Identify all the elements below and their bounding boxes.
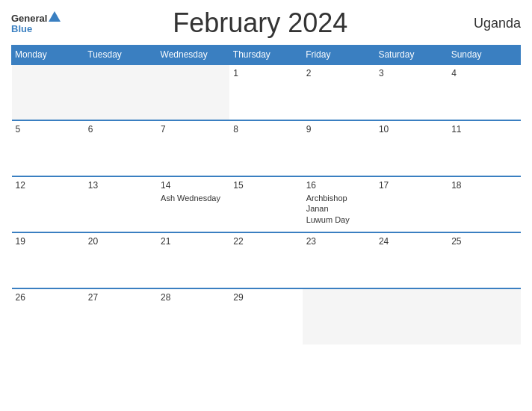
- logo: General Blue: [11, 13, 59, 34]
- calendar-cell: 11: [448, 120, 520, 176]
- calendar-cell: 23: [303, 232, 375, 288]
- calendar-cell: 21: [157, 232, 229, 288]
- calendar-cell: 6: [84, 120, 157, 176]
- day-number: 27: [88, 292, 153, 303]
- calendar-cell: 19: [12, 232, 84, 288]
- day-number: 24: [379, 236, 444, 247]
- calendar-cell: 20: [84, 232, 157, 288]
- calendar-cell: 4: [448, 64, 520, 120]
- calendar-cell: [157, 64, 229, 120]
- day-number: 8: [233, 124, 298, 135]
- calendar-cell: 2: [303, 64, 375, 120]
- day-number: 13: [88, 180, 153, 191]
- day-number: 22: [233, 236, 298, 247]
- day-number: 23: [306, 236, 371, 247]
- calendar-cell: 15: [229, 176, 302, 232]
- calendar-cell: 26: [12, 288, 84, 344]
- calendar-cell: [84, 64, 157, 120]
- calendar-cell: [448, 288, 520, 344]
- calendar-cell: 24: [375, 232, 448, 288]
- day-number: 2: [306, 68, 371, 78]
- calendar-cell: 22: [229, 232, 302, 288]
- calendar-cell: 10: [375, 120, 448, 176]
- calendar-cell: 7: [157, 120, 229, 176]
- calendar-week-row: 19202122232425: [12, 232, 521, 288]
- weekday-header-thursday: Thursday: [229, 46, 302, 65]
- day-number: 12: [16, 180, 81, 191]
- calendar-cell: 1: [229, 64, 302, 120]
- day-number: 3: [379, 68, 444, 78]
- day-number: 16: [306, 180, 371, 191]
- month-title: February 2024: [59, 7, 461, 39]
- calendar-cell: 12: [12, 176, 84, 232]
- logo-general-text: General: [11, 13, 47, 23]
- day-number: 19: [16, 236, 81, 247]
- calendar-table: MondayTuesdayWednesdayThursdayFridaySatu…: [11, 45, 521, 344]
- day-number: 28: [161, 292, 226, 303]
- calendar-cell: [12, 64, 84, 120]
- calendar-cell: [375, 288, 448, 344]
- calendar-header: General Blue February 2024 Uganda: [11, 7, 521, 39]
- day-number: 6: [88, 124, 153, 135]
- calendar-cell: 13: [84, 176, 157, 232]
- calendar-cell: 8: [229, 120, 302, 176]
- calendar-cell: 29: [229, 288, 302, 344]
- weekday-header-monday: Monday: [12, 46, 84, 65]
- weekday-header-friday: Friday: [303, 46, 375, 65]
- calendar-cell: 18: [448, 176, 520, 232]
- calendar-container: General Blue February 2024 Uganda Monday…: [0, 0, 532, 411]
- weekday-header-saturday: Saturday: [375, 46, 448, 65]
- day-number: 21: [161, 236, 226, 247]
- calendar-cell: 27: [84, 288, 157, 344]
- day-number: 11: [451, 124, 516, 135]
- day-number: 17: [379, 180, 444, 191]
- day-number: 7: [161, 124, 226, 135]
- day-number: 29: [233, 292, 298, 303]
- day-number: 18: [451, 180, 516, 191]
- day-number: 1: [233, 68, 298, 78]
- country-label: Uganda: [461, 16, 521, 31]
- event-label: Ash Wednesday: [161, 194, 220, 203]
- day-number: 5: [16, 124, 81, 135]
- day-number: 10: [379, 124, 444, 135]
- calendar-cell: 25: [448, 232, 520, 288]
- day-number: 26: [16, 292, 81, 303]
- calendar-week-row: 121314Ash Wednesday1516Archbishop JananL…: [12, 176, 521, 232]
- calendar-week-row: 26272829: [12, 288, 521, 344]
- event-label: Archbishop Janan: [306, 194, 347, 213]
- calendar-cell: 3: [375, 64, 448, 120]
- calendar-cell: 16Archbishop JananLuwum Day: [303, 176, 375, 232]
- calendar-cell: 14Ash Wednesday: [157, 176, 229, 232]
- logo-triangle-icon: [49, 11, 61, 22]
- day-number: 20: [88, 236, 153, 247]
- weekday-header-wednesday: Wednesday: [157, 46, 229, 65]
- calendar-cell: 9: [303, 120, 375, 176]
- calendar-cell: 17: [375, 176, 448, 232]
- day-number: 9: [306, 124, 371, 135]
- calendar-cell: 5: [12, 120, 84, 176]
- calendar-week-row: 1234: [12, 64, 521, 120]
- calendar-week-row: 567891011: [12, 120, 521, 176]
- weekday-header-tuesday: Tuesday: [84, 46, 157, 65]
- calendar-cell: [303, 288, 375, 344]
- weekday-header-row: MondayTuesdayWednesdayThursdayFridaySatu…: [12, 46, 521, 65]
- day-number: 4: [451, 68, 516, 78]
- calendar-cell: 28: [157, 288, 229, 344]
- logo-blue-text: Blue: [11, 24, 32, 34]
- day-number: 14: [161, 180, 226, 191]
- day-number: 25: [451, 236, 516, 247]
- day-number: 15: [233, 180, 298, 191]
- weekday-header-sunday: Sunday: [448, 46, 520, 65]
- event-label: Luwum Day: [306, 215, 350, 224]
